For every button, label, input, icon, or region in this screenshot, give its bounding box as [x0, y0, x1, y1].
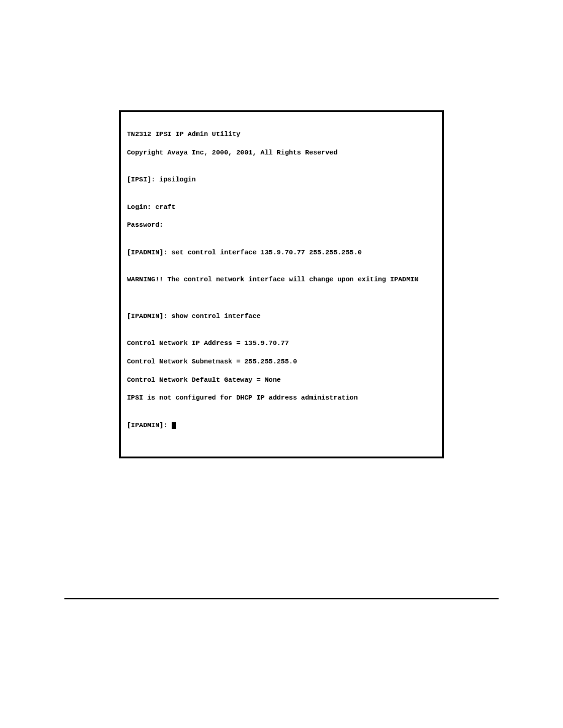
terminal-gateway: Control Network Default Gateway = None [127, 376, 436, 385]
document-page: manualshive.com TN2312 IPSI IP Admin Uti… [0, 0, 563, 728]
terminal-subnetmask: Control Network Subnetmask = 255.255.255… [127, 357, 436, 366]
terminal-set-control: [IPADMIN]: set control interface 135.9.7… [127, 248, 436, 257]
footer-divider [64, 598, 499, 599]
terminal-password-line: Password: [127, 221, 436, 230]
terminal-warning: WARNING!! The control network interface … [127, 275, 436, 284]
terminal-final-prompt: [IPADMIN]: [127, 421, 436, 430]
terminal-show-control: [IPADMIN]: show control interface [127, 312, 436, 321]
terminal-dhcp-status: IPSI is not configured for DHCP IP addre… [127, 393, 436, 403]
cursor-icon [172, 422, 176, 429]
terminal-window: TN2312 IPSI IP Admin Utility Copyright A… [119, 110, 444, 458]
terminal-prompt-text: [IPADMIN]: [127, 422, 172, 429]
terminal-login-line: Login: craft [127, 203, 436, 212]
terminal-header-line2: Copyright Avaya Inc, 2000, 2001, All Rig… [127, 148, 436, 157]
terminal-ipsi-prompt: [IPSI]: ipsilogin [127, 175, 436, 184]
terminal-ip-address: Control Network IP Address = 135.9.70.77 [127, 339, 436, 348]
terminal-header-line1: TN2312 IPSI IP Admin Utility [127, 130, 436, 139]
